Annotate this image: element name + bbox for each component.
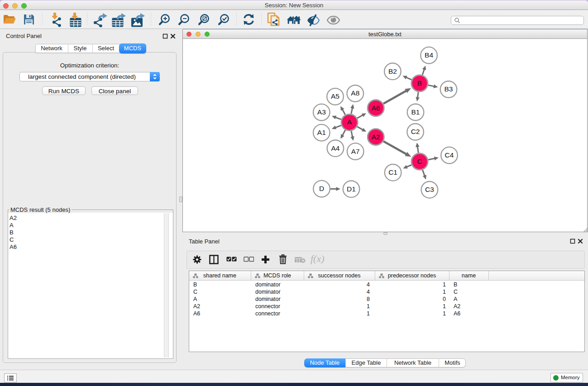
svg-text:A8: A8 [351,89,359,97]
svg-text:C: C [417,157,422,165]
svg-text:B: B [417,79,422,87]
svg-text:D1: D1 [347,185,356,193]
svg-text:C3: C3 [425,186,434,193]
svg-text:A6: A6 [372,104,380,112]
svg-text:B4: B4 [425,51,433,59]
svg-text:D: D [319,185,324,192]
svg-text:A3: A3 [317,108,326,116]
svg-text:B3: B3 [445,85,453,93]
svg-text:C4: C4 [445,151,454,159]
svg-text:C1: C1 [388,168,397,176]
svg-text:C2: C2 [411,128,420,135]
svg-text:A2: A2 [372,133,380,141]
svg-text:A1: A1 [317,129,326,136]
svg-text:B1: B1 [411,108,420,116]
svg-text:A: A [347,118,352,126]
svg-text:B2: B2 [388,67,397,75]
svg-text:A7: A7 [351,148,360,155]
svg-text:A4: A4 [331,144,339,152]
svg-text:A5: A5 [331,92,339,100]
